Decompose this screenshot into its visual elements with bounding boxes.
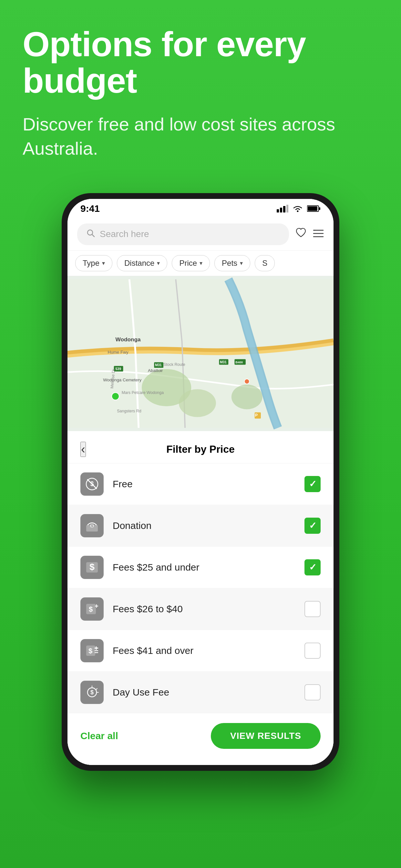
- svg-text:P: P: [255, 413, 258, 417]
- chip-type[interactable]: Type ▾: [75, 255, 112, 271]
- view-results-button[interactable]: VIEW RESULTS: [211, 723, 320, 749]
- svg-text:M31: M31: [155, 363, 162, 367]
- svg-point-17: [232, 384, 263, 409]
- bottom-sheet: ‹ Filter by Price $: [67, 431, 334, 765]
- svg-text:$: $: [90, 480, 94, 487]
- chip-distance-label: Distance: [124, 259, 154, 268]
- chip-pets[interactable]: Pets ▾: [214, 255, 250, 271]
- chip-more-label: S: [262, 259, 267, 268]
- svg-rect-0: [277, 209, 279, 213]
- search-bar-row: Search here: [67, 218, 334, 251]
- filter-label-free: Free: [113, 478, 305, 490]
- checkbox-fees40[interactable]: [305, 601, 320, 617]
- svg-point-4: [297, 210, 299, 212]
- chip-distance-arrow: ▾: [157, 259, 160, 267]
- phone-container: 9:41: [0, 193, 401, 771]
- filter-icon-fees40: $ +: [81, 597, 104, 621]
- filter-item-free[interactable]: $ Free: [67, 463, 334, 505]
- checkbox-dayuse[interactable]: [305, 684, 320, 701]
- svg-text:Hume Fwy: Hume Fwy: [108, 350, 128, 354]
- svg-rect-3: [286, 205, 288, 213]
- list-icon[interactable]: [313, 228, 324, 241]
- svg-text:Wodonga: Wodonga: [116, 336, 141, 343]
- status-time: 9:41: [81, 203, 100, 214]
- phone-frame: 9:41: [62, 193, 339, 771]
- wifi-icon: [292, 205, 303, 213]
- filter-label-fees25: Fees $25 and under: [113, 562, 305, 573]
- chip-price-arrow: ▾: [199, 259, 203, 267]
- filter-label-fees40: Fees $26 to $40: [113, 603, 305, 615]
- chip-type-label: Type: [83, 259, 99, 268]
- svg-text:B400: B400: [235, 361, 243, 364]
- page-wrapper: Options for every budget Discover free a…: [0, 0, 401, 771]
- filter-label-dayuse: Day Use Fee: [113, 687, 305, 698]
- sheet-title: Filter by Price: [81, 443, 320, 455]
- svg-text:Sangsters Rd: Sangsters Rd: [117, 409, 141, 413]
- chip-more[interactable]: S: [255, 255, 275, 271]
- search-icon: [86, 228, 95, 240]
- phone-inner: 9:41: [67, 199, 334, 765]
- svg-text:Abattoir: Abattoir: [148, 368, 163, 373]
- svg-text:M31: M31: [220, 360, 227, 364]
- search-input-area[interactable]: Search here: [77, 223, 289, 245]
- filter-list: $ Free: [67, 463, 334, 713]
- status-icons: [277, 205, 320, 213]
- svg-text:539: 539: [116, 367, 121, 371]
- svg-line-9: [92, 235, 94, 237]
- status-bar: 9:41: [67, 199, 334, 218]
- svg-point-16: [179, 389, 216, 417]
- filter-label-fees41: Fees $41 and over: [113, 645, 305, 656]
- hero-subtitle: Discover free and low cost sites across …: [23, 112, 378, 161]
- svg-text:Wodonga Cemetery: Wodonga Cemetery: [103, 377, 142, 382]
- filter-item-fees40[interactable]: $ + Fees $26 to $40: [67, 588, 334, 630]
- sheet-footer: Clear all VIEW RESULTS: [67, 713, 334, 765]
- svg-point-35: [244, 379, 249, 384]
- svg-text:$: $: [91, 524, 93, 528]
- clear-all-button[interactable]: Clear all: [81, 731, 118, 741]
- signal-icon: [277, 205, 288, 213]
- map-area: Wodonga Hume Fwy Abattoir Wodonga Cemete…: [67, 276, 334, 431]
- filter-item-fees25[interactable]: $ Fees $25 and under: [67, 547, 334, 588]
- filter-item-fees41[interactable]: $ Fees $41 and over: [67, 630, 334, 672]
- chip-type-arrow: ▾: [102, 259, 105, 267]
- filter-item-donation[interactable]: $ Donation: [67, 505, 334, 547]
- chip-distance[interactable]: Distance ▾: [117, 255, 167, 271]
- svg-rect-6: [319, 207, 320, 210]
- filter-icon-fees41: $: [81, 639, 104, 662]
- svg-text:Stock Route: Stock Route: [163, 362, 185, 367]
- map-svg: Wodonga Hume Fwy Abattoir Wodonga Cemete…: [67, 276, 334, 431]
- filter-icon-donation: $: [81, 514, 104, 537]
- svg-line-58: [96, 688, 97, 689]
- search-right-icons: [296, 228, 324, 241]
- checkbox-donation[interactable]: [305, 518, 320, 534]
- filter-icon-dayuse: $: [81, 681, 104, 704]
- svg-point-34: [112, 393, 119, 400]
- heart-icon[interactable]: [296, 228, 306, 241]
- sheet-header: ‹ Filter by Price: [67, 431, 334, 463]
- chip-pets-label: Pets: [222, 259, 237, 268]
- filter-chips-row: Type ▾ Distance ▾ Price ▾ Pets ▾: [67, 251, 334, 276]
- filter-item-dayuse[interactable]: $ Day Use Fee: [67, 672, 334, 713]
- svg-text:Mars Petcare Wodonga: Mars Petcare Wodonga: [122, 391, 164, 395]
- svg-text:$: $: [89, 647, 92, 655]
- svg-rect-2: [283, 206, 285, 213]
- svg-rect-7: [308, 206, 317, 211]
- checkbox-fees41[interactable]: [305, 643, 320, 659]
- chip-price-label: Price: [179, 259, 197, 268]
- checkbox-free[interactable]: [305, 476, 320, 492]
- svg-text:$: $: [90, 689, 94, 695]
- filter-icon-fees25: $: [81, 556, 104, 579]
- back-button[interactable]: ‹: [81, 442, 86, 457]
- filter-label-donation: Donation: [113, 520, 305, 531]
- checkbox-fees25[interactable]: [305, 559, 320, 576]
- svg-text:+: +: [95, 602, 98, 610]
- hero-title: Options for every budget: [23, 26, 378, 99]
- search-placeholder: Search here: [100, 229, 149, 239]
- svg-rect-1: [280, 208, 282, 213]
- svg-text:$: $: [89, 562, 95, 572]
- chip-price[interactable]: Price ▾: [172, 255, 210, 271]
- hero-section: Options for every budget Discover free a…: [0, 0, 401, 174]
- battery-icon: [307, 205, 320, 212]
- filter-icon-free: $: [81, 472, 104, 496]
- chip-pets-arrow: ▾: [240, 259, 243, 267]
